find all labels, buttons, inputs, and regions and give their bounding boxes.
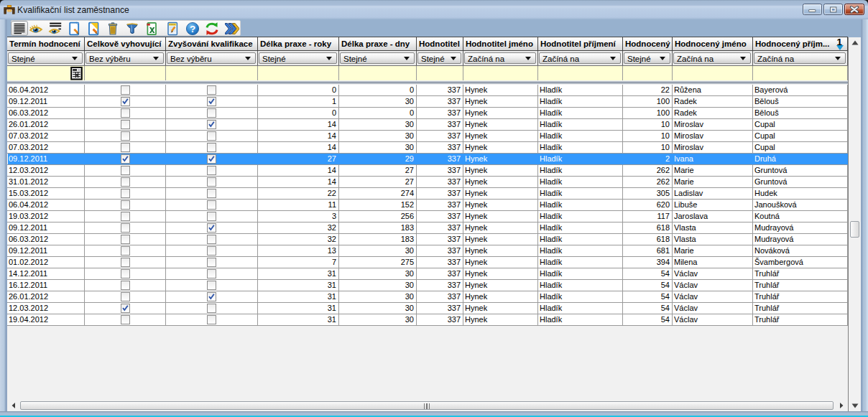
svg-text:?: ?	[190, 23, 195, 34]
